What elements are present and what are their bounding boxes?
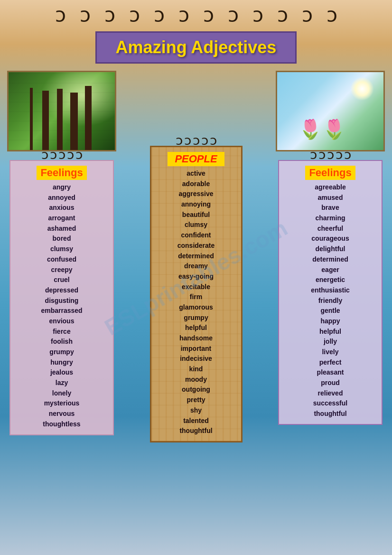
spiral-8: ↄ <box>222 4 244 27</box>
list-item: determined <box>155 251 237 262</box>
list-item: annoyed <box>15 193 108 203</box>
list-item: agreeable <box>284 182 377 193</box>
spiral-6: ↄ <box>172 4 195 27</box>
list-item: thoughtless <box>15 419 108 430</box>
list-item: cheerful <box>284 224 377 234</box>
list-item: ashamed <box>15 224 108 234</box>
list-item: aggressive <box>155 189 237 199</box>
list-item: envious <box>15 316 108 327</box>
list-item: adorable <box>155 179 237 189</box>
list-item: important <box>155 344 237 354</box>
list-item: perfect <box>284 357 377 368</box>
list-item: bored <box>15 234 108 244</box>
feelings-right-list: agreeable amused brave charming cheerful… <box>284 182 377 419</box>
list-item: clumsy <box>15 244 108 254</box>
people-list: active adorable aggressive annoying beau… <box>155 169 237 436</box>
title-box: Amazing Adjectives <box>95 31 297 64</box>
feelings-box-left: Feelings angry annoyed anxious arrogant … <box>9 160 114 435</box>
spiral-3: ↄ <box>98 4 121 27</box>
list-item: moody <box>155 375 237 385</box>
list-item: hungry <box>15 357 108 368</box>
list-item: shy <box>155 405 237 416</box>
list-item: eager <box>284 265 377 275</box>
people-box: PEOPLE active adorable aggressive annoyi… <box>150 146 243 442</box>
page-title: Amazing Adjectives <box>116 38 277 57</box>
list-item: successful <box>284 398 377 409</box>
list-item: confused <box>15 254 108 265</box>
list-item: determined <box>284 254 377 265</box>
photos-row <box>0 71 392 156</box>
list-item: excitable <box>155 282 237 292</box>
list-item: gentle <box>284 306 377 316</box>
spiral-11: ↄ <box>296 4 318 27</box>
top-spiral-decoration: ↄ ↄ ↄ ↄ ↄ ↄ ↄ ↄ ↄ ↄ ↄ ↄ <box>0 0 392 27</box>
list-item: lazy <box>15 378 108 388</box>
list-item: thoughtful <box>284 409 377 419</box>
list-item: proud <box>284 378 377 388</box>
list-item: embarrassed <box>15 306 108 316</box>
list-item: fierce <box>15 327 108 337</box>
list-item: jealous <box>15 367 108 378</box>
spiral-10: ↄ <box>271 4 294 27</box>
list-item: pleasant <box>284 367 377 378</box>
spiral-7: ↄ <box>197 4 220 27</box>
list-item: lonely <box>15 388 108 399</box>
feelings-left-list: angry annoyed anxious arrogant ashamed b… <box>15 182 108 430</box>
list-item: handsome <box>155 333 237 344</box>
spiral-9: ↄ <box>246 4 269 27</box>
list-item: considerate <box>155 241 237 251</box>
feelings-right-title: Feelings <box>305 166 355 180</box>
spiral-2: ↄ <box>74 4 96 27</box>
list-item: depressed <box>15 285 108 296</box>
list-item: charming <box>284 213 377 224</box>
list-item: helpful <box>284 327 377 337</box>
list-item: foolish <box>15 337 108 347</box>
list-item: friendly <box>284 296 377 306</box>
spiral-5: ↄ <box>148 4 170 27</box>
list-item: arrogant <box>15 213 108 224</box>
list-item: amused <box>284 193 377 203</box>
spiral-1: ↄ <box>49 4 72 27</box>
content-area: ↄ ↄ ↄ ↄ ↄ Feelings angry annoyed anxious… <box>0 147 392 442</box>
list-item: creepy <box>15 265 108 275</box>
list-item: talented <box>155 416 237 426</box>
list-item: glamorous <box>155 302 237 313</box>
list-item: disgusting <box>15 296 108 306</box>
list-item: lively <box>284 347 377 357</box>
middle-column: ↄ ↄ ↄ ↄ ↄ PEOPLE active adorable aggress… <box>149 132 243 442</box>
photo-flowers <box>276 71 385 151</box>
list-item: jolly <box>284 337 377 347</box>
list-item: helpful <box>155 323 237 333</box>
left-column: ↄ ↄ ↄ ↄ ↄ Feelings angry annoyed anxious… <box>5 147 119 442</box>
photo-forest <box>7 71 116 151</box>
list-item: anxious <box>15 203 108 213</box>
list-item: clumsy <box>155 220 237 230</box>
list-item: confident <box>155 230 237 241</box>
list-item: nervous <box>15 409 108 419</box>
list-item: outgoing <box>155 385 237 395</box>
list-item: pretty <box>155 395 237 405</box>
list-item: grumpy <box>155 313 237 323</box>
list-item: angry <box>15 182 108 193</box>
list-item: dreamy <box>155 261 237 272</box>
list-item: courageous <box>284 234 377 244</box>
list-item: firm <box>155 292 237 302</box>
spiral-12: ↄ <box>320 4 343 27</box>
list-item: indecisive <box>155 354 237 364</box>
list-item: annoying <box>155 199 237 210</box>
right-column: ↄ ↄ ↄ ↄ ↄ Feelings agreeable amused brav… <box>273 147 387 442</box>
title-area: Amazing Adjectives <box>0 27 392 71</box>
list-item: relieved <box>284 388 377 399</box>
list-item: cruel <box>15 275 108 285</box>
list-item: delightful <box>284 244 377 254</box>
list-item: mysterious <box>15 398 108 409</box>
list-item: thoughtful <box>155 426 237 436</box>
list-item: happy <box>284 316 377 327</box>
list-item: grumpy <box>15 347 108 357</box>
spiral-4: ↄ <box>123 4 146 27</box>
list-item: active <box>155 169 237 179</box>
list-item: easy-going <box>155 272 237 282</box>
list-item: kind <box>155 364 237 375</box>
list-item: beautiful <box>155 210 237 220</box>
list-item: enthusiastic <box>284 285 377 296</box>
